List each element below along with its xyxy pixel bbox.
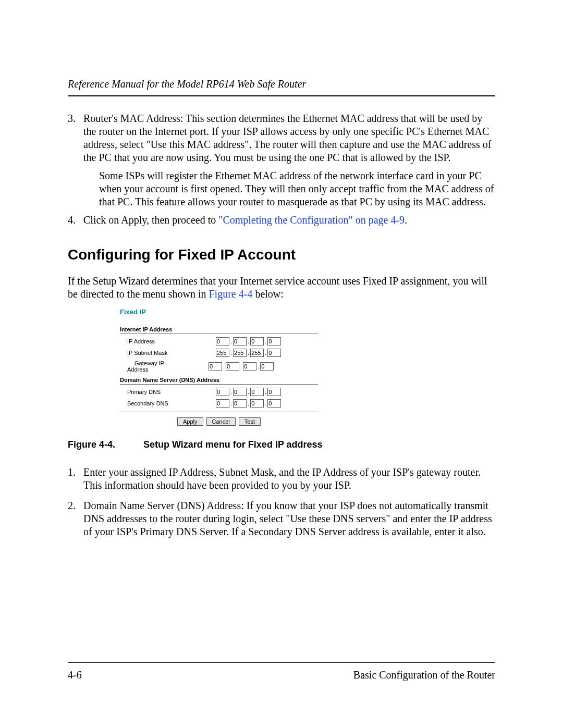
footer-section-title: Basic Configuration of the Router [353,669,495,681]
text-fragment: Click on Apply, then proceed to [83,214,218,226]
fig-row-secondary-dns: Secondary DNS . . . [120,399,318,408]
figure-section-label: Domain Name Server (DNS) Address [120,377,318,383]
page: Reference Manual for the Model RP614 Web… [0,0,563,728]
ip-group: . . . [216,399,281,408]
field-label: IP Address [120,338,216,344]
list-text: Click on Apply, then proceed to "Complet… [83,214,495,227]
dot: . [223,363,225,369]
list-number: 4. [68,214,83,227]
figure-caption: Figure 4-4. Setup Wizard menu for Fixed … [68,439,495,450]
figure-section-label: Internet IP Address [120,326,318,332]
ip-octet-input[interactable] [233,388,247,396]
ip-octet-input[interactable] [226,362,239,371]
test-button[interactable]: Test [239,417,261,426]
ip-octet-input[interactable] [209,362,222,371]
ip-octet-input[interactable] [216,388,229,396]
ip-octet-input[interactable] [267,399,281,408]
list-text: Router's MAC Address: This section deter… [83,112,495,164]
ip-octet-input[interactable] [250,399,264,408]
figure-button-row: Apply Cancel Test [120,417,318,426]
list-number: 2. [68,499,83,538]
apply-button[interactable]: Apply [177,417,203,426]
running-head: Reference Manual for the Model RP614 Web… [68,78,495,90]
fig-row-gateway-ip: Gateway IP Address . . . [120,360,318,373]
figure-title: Fixed IP [120,308,318,316]
text-fragment: below: [252,288,283,300]
cancel-button[interactable]: Cancel [206,417,236,426]
dot: . [265,350,266,356]
list-item: 1. Enter your assigned IP Address, Subne… [68,466,495,492]
dot: . [230,350,232,356]
fig-row-ip-address: IP Address . . . [120,337,318,346]
list-text: Domain Name Server (DNS) Address: If you… [83,499,495,538]
dot: . [230,400,232,406]
dot: . [240,363,242,369]
dot: . [248,389,249,395]
ip-octet-input[interactable] [216,399,229,408]
caption-text: Setup Wizard menu for Fixed IP address [143,439,323,450]
list-item: 2. Domain Name Server (DNS) Address: If … [68,499,495,538]
ip-group: . . . [209,362,274,371]
ip-octet-input[interactable] [260,362,274,371]
field-label: Secondary DNS [120,400,216,406]
ip-octet-input[interactable] [233,337,247,346]
fig-row-primary-dns: Primary DNS . . . [120,388,318,396]
ip-group: . . . [216,349,281,357]
ip-octet-input[interactable] [250,388,264,396]
indented-paragraph: Some ISPs will register the Ethernet MAC… [99,169,495,208]
ip-octet-input[interactable] [233,349,247,357]
dot: . [258,363,259,369]
figure-section-rule [120,412,318,412]
ip-octet-input[interactable] [216,337,229,346]
text-fragment: . [405,214,407,226]
field-label: Primary DNS [120,389,216,395]
ordered-list-steps: 1. Enter your assigned IP Address, Subne… [68,466,495,538]
list-item: 3. Router's MAC Address: This section de… [68,112,495,164]
intro-paragraph: If the Setup Wizard determines that your… [68,275,495,301]
figure-section-rule [120,384,318,385]
dot: . [265,338,266,344]
dot: . [265,389,266,395]
dot: . [248,338,249,344]
list-number: 1. [68,466,83,492]
figure-fixed-ip: Fixed IP Internet IP Address IP Address … [120,308,318,426]
ip-octet-input[interactable] [250,349,264,357]
ip-group: . . . [216,337,281,346]
page-number: 4-6 [68,669,82,681]
dot: . [230,338,232,344]
caption-number: Figure 4-4. [68,439,141,450]
ip-octet-input[interactable] [233,399,247,408]
header-rule [68,95,495,96]
figure-section-rule [120,334,318,334]
ip-octet-input[interactable] [243,362,256,371]
ordered-list-top-2: 4. Click on Apply, then proceed to "Comp… [68,214,495,227]
ip-octet-input[interactable] [267,349,281,357]
dot: . [230,389,232,395]
figure-ref-link[interactable]: Figure 4-4 [209,288,253,300]
footer-rule [68,662,495,663]
ordered-list-top: 3. Router's MAC Address: This section de… [68,112,495,164]
list-item: 4. Click on Apply, then proceed to "Comp… [68,214,495,227]
field-label: IP Subnet Mask [120,350,216,356]
ip-octet-input[interactable] [216,349,229,357]
ip-group: . . . [216,388,281,396]
cross-ref-link[interactable]: "Completing the Configuration" on page 4… [218,214,405,226]
dot: . [248,350,249,356]
ip-octet-input[interactable] [267,388,281,396]
page-footer: 4-6 Basic Configuration of the Router [68,662,495,681]
ip-octet-input[interactable] [250,337,264,346]
dot: . [265,400,266,406]
list-text: Enter your assigned IP Address, Subnet M… [83,466,495,492]
section-heading: Configuring for Fixed IP Account [68,246,495,263]
field-label: Gateway IP Address [120,360,209,373]
ip-octet-input[interactable] [267,337,281,346]
dot: . [248,400,249,406]
list-number: 3. [68,112,83,164]
fig-row-subnet-mask: IP Subnet Mask . . . [120,349,318,357]
